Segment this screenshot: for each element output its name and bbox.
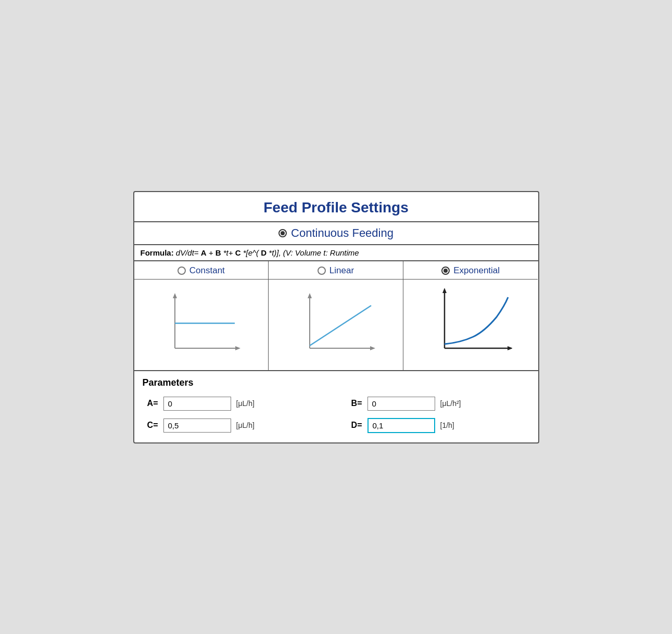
- param-b-input[interactable]: [367, 397, 435, 411]
- svg-line-9: [310, 306, 371, 346]
- param-b-label: B=: [347, 399, 362, 408]
- continuous-feeding-option[interactable]: Continuous Feeding: [145, 226, 528, 240]
- formula-row: Formula: dV/dt= A + B *t+ C *[e^( D *t)]…: [134, 245, 538, 261]
- feeding-row[interactable]: Continuous Feeding: [134, 222, 538, 245]
- exponential-option[interactable]: Exponential: [403, 261, 538, 280]
- profile-exponential-col: Exponential: [403, 261, 538, 370]
- exponential-chart: [403, 280, 538, 370]
- svg-marker-3: [235, 346, 240, 350]
- feed-profile-panel: Feed Profile Settings Continuous Feeding…: [133, 191, 539, 443]
- continuous-feeding-label: Continuous Feeding: [291, 226, 394, 240]
- constant-radio[interactable]: [177, 267, 186, 275]
- param-a-label: A=: [143, 399, 158, 408]
- linear-label: Linear: [329, 265, 354, 276]
- exponential-label: Exponential: [453, 265, 500, 276]
- param-c-input[interactable]: [163, 419, 231, 433]
- parameters-section: Parameters A= [μL/h] B= [μL/h²] C= [μL/h…: [134, 371, 538, 442]
- exponential-radio[interactable]: [441, 267, 450, 275]
- svg-marker-8: [370, 346, 375, 350]
- formula-suffix: (V: Volume t: Runtime: [281, 248, 359, 257]
- panel-title: Feed Profile Settings: [145, 199, 528, 216]
- param-c-label: C=: [143, 421, 158, 430]
- svg-marker-6: [308, 293, 312, 298]
- parameters-title: Parameters: [143, 377, 530, 388]
- profile-options: Constant Li: [134, 261, 538, 371]
- svg-marker-13: [508, 346, 512, 350]
- param-a-unit: [μL/h]: [236, 399, 268, 408]
- param-row-ab: A= [μL/h] B= [μL/h²]: [143, 397, 530, 411]
- formula-prefix: Formula:: [141, 248, 176, 257]
- profile-linear-col: Linear: [269, 261, 403, 370]
- param-d-label: D=: [347, 421, 362, 430]
- svg-marker-1: [173, 293, 177, 298]
- param-a-input[interactable]: [163, 397, 231, 411]
- continuous-feeding-radio[interactable]: [278, 229, 287, 237]
- param-d-group: D= [1/h]: [347, 418, 530, 433]
- linear-chart: [269, 280, 403, 370]
- svg-marker-11: [442, 288, 447, 293]
- param-b-group: B= [μL/h²]: [347, 397, 530, 411]
- constant-chart: [134, 280, 269, 370]
- param-d-unit: [1/h]: [440, 421, 472, 429]
- param-c-group: C= [μL/h]: [143, 419, 326, 433]
- title-row: Feed Profile Settings: [134, 192, 538, 222]
- param-a-group: A= [μL/h]: [143, 397, 326, 411]
- param-row-cd: C= [μL/h] D= [1/h]: [143, 418, 530, 433]
- formula-expression: dV/dt= A + B *t+ C *[e^( D *t)],: [176, 248, 281, 257]
- constant-option[interactable]: Constant: [134, 261, 269, 280]
- param-c-unit: [μL/h]: [236, 421, 268, 429]
- linear-option[interactable]: Linear: [269, 261, 403, 280]
- param-b-unit: [μL/h²]: [440, 399, 472, 408]
- linear-radio[interactable]: [318, 267, 326, 275]
- constant-label: Constant: [189, 265, 225, 276]
- profile-constant-col: Constant: [134, 261, 269, 370]
- param-d-input[interactable]: [367, 418, 435, 433]
